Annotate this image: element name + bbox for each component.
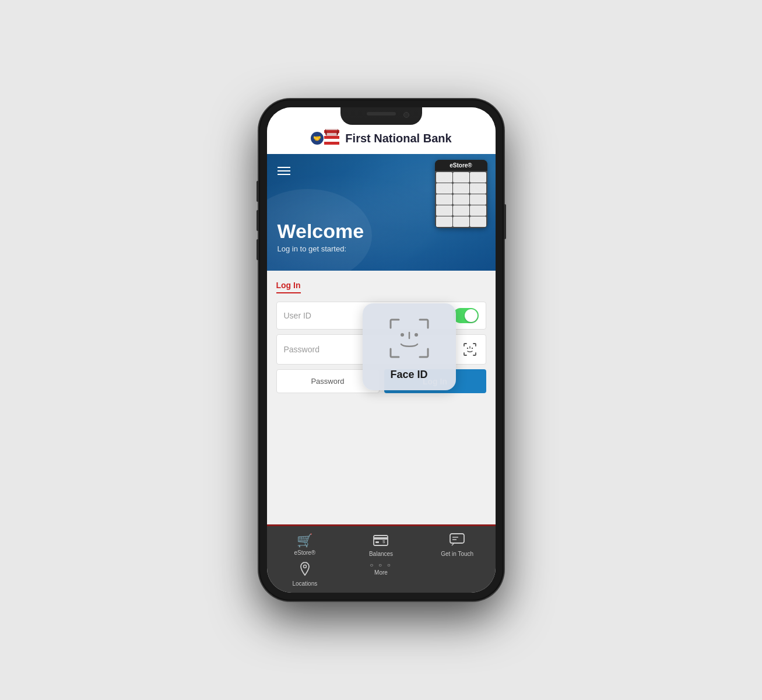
contact-nav-icon — [450, 533, 465, 550]
estore-nav-label: eStore® — [294, 550, 315, 556]
login-tab: Log In — [276, 281, 301, 293]
balances-nav-icon: $ — [373, 533, 388, 550]
toggle-knob — [465, 309, 477, 322]
estore-grid-item — [436, 205, 452, 216]
svg-point-8 — [471, 348, 472, 349]
bottom-navigation: 🛒 eStore® $ — [267, 524, 496, 593]
svg-rect-5 — [324, 139, 339, 142]
svg-rect-12 — [374, 537, 388, 540]
user-id-label: User ID — [284, 311, 311, 320]
svg-point-7 — [466, 348, 468, 349]
nav-item-estore[interactable]: 🛒 eStore® — [267, 530, 343, 559]
notch-camera — [403, 112, 409, 118]
phone-screen: 🤝 First National Bank — [267, 107, 496, 593]
estore-card: eStore® — [435, 160, 487, 228]
welcome-subtitle: Log in to get started: — [278, 244, 364, 253]
hamburger-line — [278, 174, 290, 175]
estore-grid-item — [470, 183, 486, 194]
password-label: Password — [284, 345, 319, 354]
estore-grid-item — [453, 194, 469, 205]
estore-grid-item — [436, 194, 452, 205]
nav-bottom-row: Locations ○ ○ ○ More — [267, 559, 496, 593]
estore-grid-item — [436, 216, 452, 227]
balances-nav-label: Balances — [369, 551, 393, 557]
hamburger-line — [278, 167, 290, 168]
estore-label: eStore® — [450, 162, 472, 169]
hero-section: Welcome Log in to get started: eStore® — [267, 154, 496, 271]
estore-grid-item — [453, 183, 469, 194]
estore-grid-item — [470, 216, 486, 227]
face-id-popup: Face ID — [363, 303, 456, 390]
svg-point-10 — [415, 333, 418, 337]
estore-grid-item — [453, 205, 469, 216]
estore-grid-item — [436, 172, 452, 183]
notch-speaker — [367, 112, 396, 116]
locations-nav-icon — [299, 562, 311, 579]
locations-nav-label: Locations — [292, 580, 317, 587]
estore-header: eStore® — [435, 160, 487, 171]
svg-point-9 — [401, 333, 404, 337]
contact-nav-label: Get in Touch — [441, 551, 473, 557]
svg-rect-4 — [324, 136, 339, 139]
svg-text:🤝: 🤝 — [313, 134, 321, 142]
estore-grid-item — [453, 216, 469, 227]
svg-rect-13 — [375, 541, 379, 543]
phone-frame: 🤝 First National Bank — [259, 99, 504, 601]
nav-item-balances[interactable]: $ Balances — [343, 530, 419, 559]
hamburger-line — [278, 170, 290, 172]
estore-grid-item — [470, 172, 486, 183]
bank-logo-icon: 🤝 — [310, 128, 340, 149]
estore-grid-item — [453, 172, 469, 183]
more-nav-label: More — [374, 569, 388, 576]
phone-shell: 🤝 First National Bank — [259, 99, 504, 601]
face-id-scan-icon — [386, 315, 433, 362]
welcome-title: Welcome — [278, 220, 364, 242]
more-dots-icon: ○ ○ ○ — [370, 562, 392, 568]
nav-top-row: 🛒 eStore® $ — [267, 530, 496, 559]
hamburger-menu-button[interactable] — [275, 162, 293, 180]
svg-rect-15 — [450, 534, 464, 543]
svg-text:$: $ — [382, 539, 385, 544]
face-id-popup-label: Face ID — [390, 369, 427, 381]
estore-grid-item — [436, 183, 452, 194]
nav-item-contact[interactable]: Get in Touch — [419, 530, 496, 559]
bank-logo: 🤝 First National Bank — [310, 128, 451, 149]
remember-me-toggle[interactable] — [453, 308, 479, 323]
nav-item-locations[interactable]: Locations — [267, 559, 343, 593]
estore-grid-item — [470, 205, 486, 216]
svg-point-18 — [303, 565, 306, 568]
estore-grid-item — [470, 194, 486, 205]
notch — [340, 107, 422, 125]
login-section: Log In User ID Password — [267, 271, 496, 524]
estore-grid — [435, 171, 487, 228]
nav-item-more[interactable]: ○ ○ ○ More — [343, 559, 419, 593]
face-id-small-icon[interactable] — [461, 341, 479, 358]
estore-nav-icon: 🛒 — [297, 533, 312, 548]
svg-rect-11 — [374, 536, 388, 545]
app-content: 🤝 First National Bank — [267, 107, 496, 593]
bank-name-text: First National Bank — [345, 132, 451, 145]
svg-rect-6 — [324, 142, 339, 145]
hero-text: Welcome Log in to get started: — [278, 220, 364, 253]
